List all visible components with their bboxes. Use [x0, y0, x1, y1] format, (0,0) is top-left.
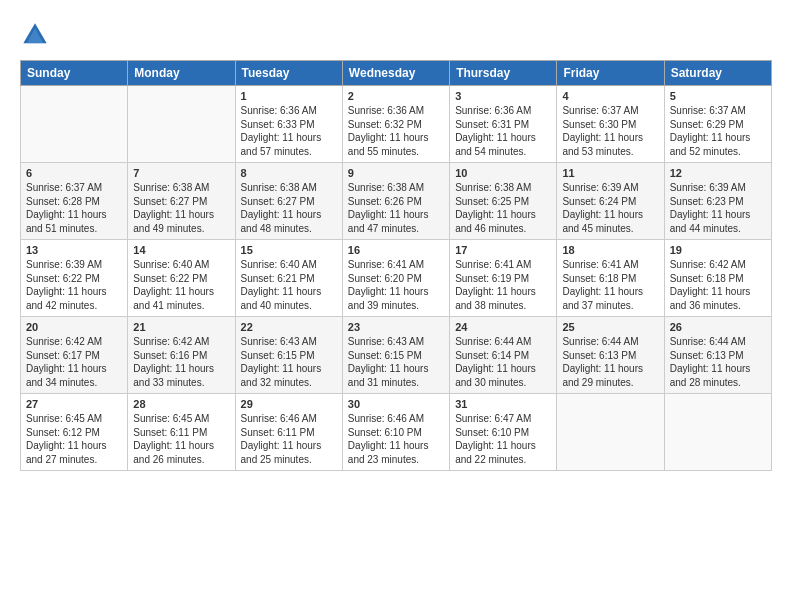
header	[20, 20, 772, 50]
calendar-cell: 30Sunrise: 6:46 AM Sunset: 6:10 PM Dayli…	[342, 394, 449, 471]
day-number: 12	[670, 167, 766, 179]
day-number: 10	[455, 167, 551, 179]
day-info: Sunrise: 6:39 AM Sunset: 6:23 PM Dayligh…	[670, 181, 766, 235]
day-number: 30	[348, 398, 444, 410]
calendar-week-row: 6Sunrise: 6:37 AM Sunset: 6:28 PM Daylig…	[21, 163, 772, 240]
calendar-cell: 24Sunrise: 6:44 AM Sunset: 6:14 PM Dayli…	[450, 317, 557, 394]
weekday-header: Wednesday	[342, 61, 449, 86]
calendar-cell: 1Sunrise: 6:36 AM Sunset: 6:33 PM Daylig…	[235, 86, 342, 163]
calendar-cell: 16Sunrise: 6:41 AM Sunset: 6:20 PM Dayli…	[342, 240, 449, 317]
day-number: 20	[26, 321, 122, 333]
calendar-cell: 29Sunrise: 6:46 AM Sunset: 6:11 PM Dayli…	[235, 394, 342, 471]
day-number: 17	[455, 244, 551, 256]
day-number: 23	[348, 321, 444, 333]
calendar-cell: 28Sunrise: 6:45 AM Sunset: 6:11 PM Dayli…	[128, 394, 235, 471]
calendar-cell: 27Sunrise: 6:45 AM Sunset: 6:12 PM Dayli…	[21, 394, 128, 471]
weekday-header: Monday	[128, 61, 235, 86]
calendar-cell	[557, 394, 664, 471]
day-info: Sunrise: 6:37 AM Sunset: 6:28 PM Dayligh…	[26, 181, 122, 235]
weekday-header: Tuesday	[235, 61, 342, 86]
day-number: 4	[562, 90, 658, 102]
calendar-week-row: 27Sunrise: 6:45 AM Sunset: 6:12 PM Dayli…	[21, 394, 772, 471]
day-number: 5	[670, 90, 766, 102]
day-info: Sunrise: 6:38 AM Sunset: 6:26 PM Dayligh…	[348, 181, 444, 235]
day-number: 3	[455, 90, 551, 102]
calendar-cell: 5Sunrise: 6:37 AM Sunset: 6:29 PM Daylig…	[664, 86, 771, 163]
calendar-cell: 15Sunrise: 6:40 AM Sunset: 6:21 PM Dayli…	[235, 240, 342, 317]
day-number: 26	[670, 321, 766, 333]
day-info: Sunrise: 6:40 AM Sunset: 6:22 PM Dayligh…	[133, 258, 229, 312]
day-number: 21	[133, 321, 229, 333]
day-number: 19	[670, 244, 766, 256]
day-number: 25	[562, 321, 658, 333]
day-info: Sunrise: 6:37 AM Sunset: 6:30 PM Dayligh…	[562, 104, 658, 158]
day-number: 8	[241, 167, 337, 179]
calendar-cell: 4Sunrise: 6:37 AM Sunset: 6:30 PM Daylig…	[557, 86, 664, 163]
page: SundayMondayTuesdayWednesdayThursdayFrid…	[0, 0, 792, 481]
calendar-cell: 25Sunrise: 6:44 AM Sunset: 6:13 PM Dayli…	[557, 317, 664, 394]
weekday-header: Thursday	[450, 61, 557, 86]
day-info: Sunrise: 6:45 AM Sunset: 6:12 PM Dayligh…	[26, 412, 122, 466]
day-info: Sunrise: 6:46 AM Sunset: 6:11 PM Dayligh…	[241, 412, 337, 466]
day-info: Sunrise: 6:41 AM Sunset: 6:18 PM Dayligh…	[562, 258, 658, 312]
calendar-cell: 26Sunrise: 6:44 AM Sunset: 6:13 PM Dayli…	[664, 317, 771, 394]
day-number: 1	[241, 90, 337, 102]
day-info: Sunrise: 6:47 AM Sunset: 6:10 PM Dayligh…	[455, 412, 551, 466]
day-info: Sunrise: 6:44 AM Sunset: 6:14 PM Dayligh…	[455, 335, 551, 389]
calendar-cell	[21, 86, 128, 163]
day-number: 11	[562, 167, 658, 179]
calendar-cell: 13Sunrise: 6:39 AM Sunset: 6:22 PM Dayli…	[21, 240, 128, 317]
day-number: 6	[26, 167, 122, 179]
day-number: 13	[26, 244, 122, 256]
day-number: 22	[241, 321, 337, 333]
logo	[20, 20, 52, 50]
day-info: Sunrise: 6:43 AM Sunset: 6:15 PM Dayligh…	[348, 335, 444, 389]
calendar-cell: 10Sunrise: 6:38 AM Sunset: 6:25 PM Dayli…	[450, 163, 557, 240]
day-info: Sunrise: 6:40 AM Sunset: 6:21 PM Dayligh…	[241, 258, 337, 312]
calendar-cell: 21Sunrise: 6:42 AM Sunset: 6:16 PM Dayli…	[128, 317, 235, 394]
calendar-week-row: 20Sunrise: 6:42 AM Sunset: 6:17 PM Dayli…	[21, 317, 772, 394]
day-info: Sunrise: 6:45 AM Sunset: 6:11 PM Dayligh…	[133, 412, 229, 466]
weekday-header: Saturday	[664, 61, 771, 86]
day-info: Sunrise: 6:44 AM Sunset: 6:13 PM Dayligh…	[670, 335, 766, 389]
day-number: 18	[562, 244, 658, 256]
day-number: 28	[133, 398, 229, 410]
weekday-header: Sunday	[21, 61, 128, 86]
calendar-cell: 20Sunrise: 6:42 AM Sunset: 6:17 PM Dayli…	[21, 317, 128, 394]
calendar-cell: 23Sunrise: 6:43 AM Sunset: 6:15 PM Dayli…	[342, 317, 449, 394]
day-number: 27	[26, 398, 122, 410]
calendar-cell: 17Sunrise: 6:41 AM Sunset: 6:19 PM Dayli…	[450, 240, 557, 317]
calendar-cell: 8Sunrise: 6:38 AM Sunset: 6:27 PM Daylig…	[235, 163, 342, 240]
calendar-week-row: 13Sunrise: 6:39 AM Sunset: 6:22 PM Dayli…	[21, 240, 772, 317]
day-info: Sunrise: 6:42 AM Sunset: 6:16 PM Dayligh…	[133, 335, 229, 389]
day-info: Sunrise: 6:36 AM Sunset: 6:32 PM Dayligh…	[348, 104, 444, 158]
day-info: Sunrise: 6:43 AM Sunset: 6:15 PM Dayligh…	[241, 335, 337, 389]
day-info: Sunrise: 6:38 AM Sunset: 6:25 PM Dayligh…	[455, 181, 551, 235]
weekday-header-row: SundayMondayTuesdayWednesdayThursdayFrid…	[21, 61, 772, 86]
day-info: Sunrise: 6:39 AM Sunset: 6:24 PM Dayligh…	[562, 181, 658, 235]
calendar-cell: 2Sunrise: 6:36 AM Sunset: 6:32 PM Daylig…	[342, 86, 449, 163]
day-info: Sunrise: 6:46 AM Sunset: 6:10 PM Dayligh…	[348, 412, 444, 466]
day-info: Sunrise: 6:41 AM Sunset: 6:20 PM Dayligh…	[348, 258, 444, 312]
day-info: Sunrise: 6:42 AM Sunset: 6:17 PM Dayligh…	[26, 335, 122, 389]
day-info: Sunrise: 6:37 AM Sunset: 6:29 PM Dayligh…	[670, 104, 766, 158]
day-info: Sunrise: 6:39 AM Sunset: 6:22 PM Dayligh…	[26, 258, 122, 312]
generalblue-icon	[20, 20, 50, 50]
calendar-cell: 14Sunrise: 6:40 AM Sunset: 6:22 PM Dayli…	[128, 240, 235, 317]
day-info: Sunrise: 6:41 AM Sunset: 6:19 PM Dayligh…	[455, 258, 551, 312]
calendar-cell: 19Sunrise: 6:42 AM Sunset: 6:18 PM Dayli…	[664, 240, 771, 317]
day-info: Sunrise: 6:36 AM Sunset: 6:31 PM Dayligh…	[455, 104, 551, 158]
day-number: 7	[133, 167, 229, 179]
day-info: Sunrise: 6:38 AM Sunset: 6:27 PM Dayligh…	[133, 181, 229, 235]
day-info: Sunrise: 6:44 AM Sunset: 6:13 PM Dayligh…	[562, 335, 658, 389]
calendar-cell: 7Sunrise: 6:38 AM Sunset: 6:27 PM Daylig…	[128, 163, 235, 240]
calendar-week-row: 1Sunrise: 6:36 AM Sunset: 6:33 PM Daylig…	[21, 86, 772, 163]
calendar-cell	[664, 394, 771, 471]
day-info: Sunrise: 6:38 AM Sunset: 6:27 PM Dayligh…	[241, 181, 337, 235]
calendar-cell: 31Sunrise: 6:47 AM Sunset: 6:10 PM Dayli…	[450, 394, 557, 471]
calendar-cell	[128, 86, 235, 163]
day-number: 9	[348, 167, 444, 179]
calendar-cell: 11Sunrise: 6:39 AM Sunset: 6:24 PM Dayli…	[557, 163, 664, 240]
day-number: 14	[133, 244, 229, 256]
calendar-cell: 18Sunrise: 6:41 AM Sunset: 6:18 PM Dayli…	[557, 240, 664, 317]
